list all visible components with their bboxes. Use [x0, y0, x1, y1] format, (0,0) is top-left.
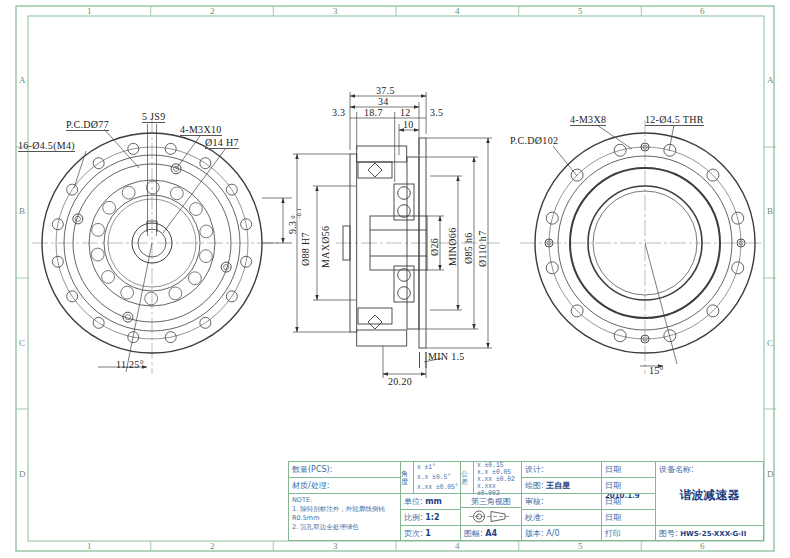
note-line: 2. 沉孔双边全处理绿色: [292, 523, 398, 532]
angle-tolerance-label: 角度: [401, 462, 414, 493]
tol-row: x.xx ±0.02: [477, 476, 521, 483]
design-cell: 设计:: [521, 461, 602, 478]
material-cell: 材质/处理:: [288, 477, 401, 494]
zone-col: 5: [578, 6, 583, 16]
dim-20-20: 20.20: [388, 376, 412, 387]
approve-date-cell: 日期: [601, 509, 656, 526]
linear-tolerance-box: 公差 x ±0.15 x.x ±0.05 x.xx ±0.02 x.xxx ±0…: [460, 461, 522, 494]
tol-row: x ±0.15: [477, 462, 521, 469]
zone-col: 2: [210, 6, 215, 16]
zone-col: 3: [333, 6, 338, 16]
dim-dia88: Ø88 H7: [300, 232, 311, 266]
zone-row: A: [19, 75, 26, 85]
angle-tolerance-box: 角度 x ±1° x.x ±0.5° x.xx ±0.05°: [400, 461, 461, 494]
section-view: [343, 138, 427, 368]
dim-18-7: 18.7: [364, 107, 383, 118]
review-date-cell: 日期: [601, 493, 656, 510]
draft-date-cell: 日期 2010.1.9: [601, 477, 656, 494]
dim-angle-15: 15°: [649, 365, 664, 376]
dim-37-5: 37.5: [376, 85, 395, 96]
page-cell: 页次: 1: [400, 525, 461, 541]
dim-3-5: 3.5: [430, 107, 443, 118]
dim-depth-value: 9.3: [287, 221, 298, 234]
zone-col-bottom: 5: [578, 541, 583, 551]
dim-dia110: Ø110 h7: [477, 231, 488, 267]
dim-depth-tolerance: 0-0.1: [290, 208, 302, 219]
sheet-size-value: A4: [485, 529, 497, 538]
page-value: 1: [425, 529, 431, 538]
third-angle-projection-icon: [461, 508, 521, 525]
tol-row: x.x ±0.05: [477, 469, 521, 476]
zone-col: 4: [455, 6, 460, 16]
device-name-label: 设备名称:: [656, 462, 763, 475]
device-name-cell: 设备名称: 谐波减速器: [655, 461, 764, 526]
review-cell: 审核:: [521, 493, 602, 510]
zone-col: 6: [700, 6, 705, 16]
device-name-value: 谐波减速器: [656, 487, 763, 504]
sheet-size-cell: 图幅: A4: [460, 525, 522, 541]
zone-col: 1: [87, 6, 92, 16]
note-line: 1. 除特别标注外，外轮廓线倒钝R0.5mm: [292, 505, 398, 523]
note-cell: NOTE: 1. 除特别标注外，外轮廓线倒钝R0.5mm 2. 沉孔双边全处理绿…: [288, 493, 401, 541]
drawing-number-cell: 图号: HWS-25-XXX-G-II: [655, 525, 764, 541]
dim-min-1-5: MIN 1.5: [428, 351, 465, 362]
engineering-drawing-sheet: { "zones": {"cols": ["1","2","3","4","5"…: [0, 0, 790, 558]
dim-34: 34: [378, 96, 389, 107]
dim-dia26: Ø26: [429, 238, 440, 256]
zone-row-right: B: [767, 206, 773, 216]
zone-col-bottom: 2: [210, 541, 215, 551]
dim-10: 10: [403, 119, 414, 130]
dim-pcd102: P.C.DØ102: [510, 135, 558, 146]
draft-cell: 绘图: 王自星: [521, 477, 602, 494]
dim-pcd77: P.C.DØ77: [66, 119, 109, 131]
dim-bore-14h7: Ø14 H7: [205, 137, 239, 149]
dim-screws-4m3x8: 4-M3X8: [570, 114, 606, 126]
zone-row: C: [19, 338, 25, 348]
dim-keyway: 5 JS9: [142, 111, 165, 123]
angle-tol-row: x ±1°: [417, 464, 460, 471]
unit-cell: 单位: mm: [400, 493, 461, 510]
dim-screws-4m3x10: 4-M3X10: [180, 124, 222, 136]
approve-cell: 校准:: [521, 509, 602, 526]
scale-cell: 比例: 1:2: [400, 509, 461, 526]
angle-tol-row: x.x ±0.5°: [417, 474, 460, 481]
print-cell: 打印: [601, 525, 656, 541]
dim-dia66: MINØ66: [447, 228, 458, 266]
drawing-number-value: HWS-25-XXX-G-II: [680, 530, 746, 538]
linear-tolerance-label: 公差: [461, 462, 474, 493]
dim-12: 12: [400, 107, 411, 118]
dim-angle-11-25: 11.25°: [116, 359, 144, 370]
dim-holes-12: 12-Ø4.5 THR: [645, 114, 704, 126]
qty-cell: 数量(PCS):: [288, 461, 401, 478]
unit-value: mm: [425, 497, 442, 506]
zone-col-bottom: 3: [333, 541, 338, 551]
dim-3-3: 3.3: [332, 107, 345, 118]
dim-holes-16: 16-Ø4.5(M4): [18, 140, 75, 152]
dim-dia56: MAXØ56: [320, 226, 331, 268]
scale-value: 1:2: [425, 513, 439, 522]
design-date-cell: 日期: [601, 461, 656, 478]
draft-value: 王自星: [546, 481, 570, 490]
angle-tol-row: x.xx ±0.05°: [417, 484, 460, 491]
dim-depth-9-3: 9.30-0.1: [287, 208, 302, 234]
zone-row: D: [19, 469, 26, 479]
version-cell: 版本: A/0: [521, 525, 602, 541]
zone-row-right: A: [767, 75, 774, 85]
dim-dia85: Ø85 h6: [463, 232, 474, 264]
projection-cell: 第三角视图: [460, 493, 522, 508]
zone-col-bottom: 4: [455, 541, 460, 551]
zone-col-bottom: 1: [87, 541, 92, 551]
zone-row-right: C: [767, 338, 773, 348]
projection-symbol-cell: [460, 507, 522, 526]
note-title: NOTE:: [292, 496, 398, 505]
zone-col-bottom: 6: [700, 541, 705, 551]
zone-row: B: [19, 206, 25, 216]
zone-row-right: D: [767, 469, 774, 479]
dimension-lines: [74, 92, 677, 378]
